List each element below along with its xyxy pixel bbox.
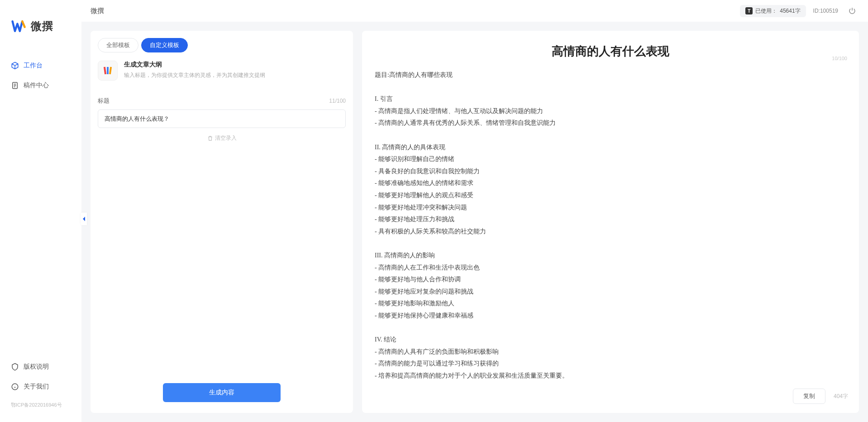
document-icon <box>11 81 19 90</box>
sidebar-bottom: 版权说明 关于我们 鄂ICP备2022016946号 <box>0 358 81 413</box>
nav-label: 稿件中心 <box>24 81 49 90</box>
chevron-left-icon <box>82 216 86 222</box>
cube-icon <box>11 62 19 70</box>
svg-rect-7 <box>104 67 106 74</box>
nav-label: 版权说明 <box>24 363 49 371</box>
output-title: 高情商的人有什么表现 <box>373 43 848 59</box>
power-icon <box>848 7 856 15</box>
output-title-count: 10/100 <box>832 56 847 61</box>
usage-label: 已使用： <box>755 7 777 15</box>
title-input[interactable] <box>98 109 346 128</box>
nav-label: 关于我们 <box>24 383 49 391</box>
sidebar-item-copyright[interactable]: 版权说明 <box>5 358 77 375</box>
generate-button[interactable]: 生成内容 <box>163 383 281 402</box>
tab-all-templates[interactable]: 全部模板 <box>98 38 138 52</box>
icp-footer: 鄂ICP备2022016946号 <box>5 398 77 408</box>
content: 全部模板 自定义模板 生成文章大纲 输入标题，为你提供文章主体的灵感，并为其创建… <box>81 22 868 422</box>
output-head: 高情商的人有什么表现 10/100 <box>362 31 859 62</box>
template-title: 生成文章大纲 <box>124 61 265 69</box>
page-title: 微撰 <box>91 7 104 15</box>
usage-badge[interactable]: T 已使用： 45641字 <box>740 5 806 17</box>
books-icon <box>102 65 113 76</box>
svg-rect-8 <box>107 67 109 74</box>
output-foot: 复制 404字 <box>362 382 859 413</box>
nav-label: 工作台 <box>24 62 43 70</box>
header: 微撰 T 已使用： 45641字 ID:100519 <box>81 0 868 22</box>
info-icon <box>11 383 19 391</box>
field-label-title: 标题 <box>98 97 110 105</box>
sidebar-item-workbench[interactable]: 工作台 <box>5 57 77 74</box>
power-button[interactable] <box>845 4 859 18</box>
form-body: 标题 11/100 清空录入 <box>91 87 353 374</box>
sidebar: 微撰 工作台 稿件中心 版权说明 关于我们 鄂ICP备2022016946号 <box>0 0 81 422</box>
main: 微撰 T 已使用： 45641字 ID:100519 全部模板 自定义模板 <box>81 0 868 422</box>
trash-icon <box>207 135 213 141</box>
svg-rect-9 <box>109 67 112 74</box>
brand-logo: 微撰 <box>0 9 81 48</box>
brand-name: 微撰 <box>31 19 53 33</box>
logo-icon <box>11 18 27 34</box>
text-count-icon: T <box>745 7 753 14</box>
template-desc: 输入标题，为你提供文章主体的灵感，并为其创建推文提纲 <box>124 71 265 79</box>
usage-value: 45641字 <box>780 7 800 15</box>
clear-label: 清空录入 <box>215 134 237 142</box>
tab-custom-templates[interactable]: 自定义模板 <box>141 38 188 52</box>
output-word-count: 404字 <box>834 393 848 400</box>
template-tabs: 全部模板 自定义模板 <box>91 31 353 52</box>
shield-icon <box>11 363 19 371</box>
sidebar-item-drafts[interactable]: 稿件中心 <box>5 77 77 94</box>
sidebar-collapse-handle[interactable] <box>81 213 87 225</box>
output-body[interactable]: 题目:高情商的人有哪些表现 I. 引言 - 高情商是指人们处理情绪、与他人互动以… <box>362 62 859 382</box>
output-panel: 高情商的人有什么表现 10/100 题目:高情商的人有哪些表现 I. 引言 - … <box>362 31 859 413</box>
template-thumb <box>98 61 118 81</box>
template-card: 生成文章大纲 输入标题，为你提供文章主体的灵感，并为其创建推文提纲 <box>91 52 353 87</box>
input-panel: 全部模板 自定义模板 生成文章大纲 输入标题，为你提供文章主体的灵感，并为其创建… <box>91 31 353 413</box>
user-id: ID:100519 <box>813 8 838 14</box>
clear-input-button[interactable]: 清空录入 <box>98 128 346 148</box>
template-info: 生成文章大纲 输入标题，为你提供文章主体的灵感，并为其创建推文提纲 <box>124 61 265 81</box>
copy-button[interactable]: 复制 <box>793 389 825 404</box>
sidebar-nav: 工作台 稿件中心 <box>0 48 81 358</box>
field-char-count: 11/100 <box>329 98 346 104</box>
sidebar-item-about[interactable]: 关于我们 <box>5 378 77 395</box>
